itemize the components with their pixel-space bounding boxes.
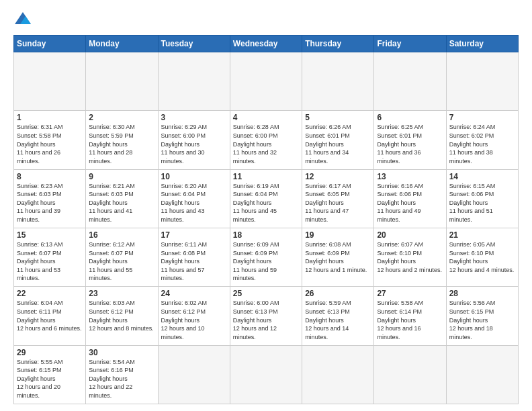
day-number: 8 [17,172,83,181]
calendar-day-cell [230,52,302,111]
day-info: Sunrise: 6:09 AMSunset: 6:09 PMDaylight … [233,240,299,283]
day-of-week-header: Thursday [302,36,374,52]
calendar-day-cell: 22Sunrise: 6:04 AMSunset: 6:11 PMDayligh… [14,287,86,345]
day-of-week-header: Tuesday [158,36,230,52]
calendar-day-cell: 8Sunrise: 6:23 AMSunset: 6:03 PMDaylight… [14,169,86,228]
calendar-day-cell [14,52,86,111]
calendar-day-cell [374,345,446,404]
day-number: 1 [17,113,83,122]
day-number: 9 [89,172,154,181]
day-of-week-header: Monday [86,36,158,52]
day-number: 4 [233,113,299,122]
calendar-day-cell [302,345,374,404]
day-info: Sunrise: 6:19 AMSunset: 6:04 PMDaylight … [233,182,299,224]
day-number: 25 [233,289,299,298]
calendar-day-cell: 27Sunrise: 5:58 AMSunset: 6:14 PMDayligh… [374,287,446,345]
calendar-header-row: SundayMondayTuesdayWednesdayThursdayFrid… [14,36,519,52]
calendar-week-row: 29Sunrise: 5:55 AMSunset: 6:15 PMDayligh… [14,345,519,404]
calendar-day-cell: 14Sunrise: 6:15 AMSunset: 6:06 PMDayligh… [446,169,518,228]
calendar-day-cell: 5Sunrise: 6:26 AMSunset: 6:01 PMDaylight… [302,111,374,169]
calendar-day-cell [446,52,518,111]
day-number: 27 [377,289,443,298]
day-number: 3 [161,113,227,122]
calendar-day-cell: 10Sunrise: 6:20 AMSunset: 6:04 PMDayligh… [158,169,230,228]
calendar-day-cell: 11Sunrise: 6:19 AMSunset: 6:04 PMDayligh… [230,169,302,228]
day-number: 29 [17,348,83,357]
day-info: Sunrise: 6:02 AMSunset: 6:12 PMDaylight … [161,299,227,341]
calendar-day-cell: 1Sunrise: 6:31 AMSunset: 5:58 PMDaylight… [14,111,86,169]
day-info: Sunrise: 6:16 AMSunset: 6:06 PMDaylight … [377,182,443,224]
logo [13,11,35,30]
day-number: 2 [89,113,154,122]
calendar-day-cell: 30Sunrise: 5:54 AMSunset: 6:16 PMDayligh… [86,345,158,404]
calendar-day-cell: 4Sunrise: 6:28 AMSunset: 6:00 PMDaylight… [230,111,302,169]
calendar-day-cell: 23Sunrise: 6:03 AMSunset: 6:12 PMDayligh… [86,287,158,345]
calendar-week-row: 1Sunrise: 6:31 AMSunset: 5:58 PMDaylight… [14,111,519,169]
day-info: Sunrise: 6:08 AMSunset: 6:09 PMDaylight … [305,240,371,274]
day-of-week-header: Friday [374,36,446,52]
calendar-day-cell: 9Sunrise: 6:21 AMSunset: 6:03 PMDaylight… [86,169,158,228]
day-number: 19 [305,230,371,240]
calendar-week-row [14,52,519,111]
day-number: 24 [161,289,227,298]
calendar-day-cell [158,345,230,404]
calendar-day-cell: 19Sunrise: 6:08 AMSunset: 6:09 PMDayligh… [302,228,374,286]
calendar-week-row: 15Sunrise: 6:13 AMSunset: 6:07 PMDayligh… [14,228,519,286]
calendar-day-cell: 18Sunrise: 6:09 AMSunset: 6:09 PMDayligh… [230,228,302,286]
day-info: Sunrise: 5:59 AMSunset: 6:13 PMDaylight … [305,299,371,341]
calendar-day-cell [446,345,518,404]
day-info: Sunrise: 6:00 AMSunset: 6:13 PMDaylight … [233,299,299,341]
calendar-day-cell [374,52,446,111]
calendar-day-cell: 20Sunrise: 6:07 AMSunset: 6:10 PMDayligh… [374,228,446,286]
day-info: Sunrise: 6:23 AMSunset: 6:03 PMDaylight … [17,182,83,224]
day-info: Sunrise: 6:30 AMSunset: 5:59 PMDaylight … [89,123,154,165]
day-info: Sunrise: 6:15 AMSunset: 6:06 PMDaylight … [449,182,515,224]
day-number: 11 [233,172,299,181]
day-number: 7 [449,113,515,122]
day-number: 6 [377,113,443,122]
calendar-day-cell: 25Sunrise: 6:00 AMSunset: 6:13 PMDayligh… [230,287,302,345]
day-number: 22 [17,289,83,298]
day-info: Sunrise: 5:55 AMSunset: 6:15 PMDaylight … [17,358,83,400]
header [13,11,519,30]
calendar-day-cell [302,52,374,111]
calendar-day-cell: 16Sunrise: 6:12 AMSunset: 6:07 PMDayligh… [86,228,158,286]
calendar-day-cell: 7Sunrise: 6:24 AMSunset: 6:02 PMDaylight… [446,111,518,169]
day-info: Sunrise: 6:25 AMSunset: 6:01 PMDaylight … [377,123,443,165]
calendar-day-cell: 21Sunrise: 6:05 AMSunset: 6:10 PMDayligh… [446,228,518,286]
calendar-day-cell [86,52,158,111]
calendar-day-cell: 26Sunrise: 5:59 AMSunset: 6:13 PMDayligh… [302,287,374,345]
day-info: Sunrise: 6:29 AMSunset: 6:00 PMDaylight … [161,123,227,165]
day-info: Sunrise: 6:03 AMSunset: 6:12 PMDaylight … [89,299,154,332]
calendar-day-cell [158,52,230,111]
day-number: 15 [17,230,83,240]
day-number: 5 [305,113,371,122]
day-info: Sunrise: 6:17 AMSunset: 6:05 PMDaylight … [305,182,371,224]
day-of-week-header: Saturday [446,36,518,52]
day-info: Sunrise: 6:04 AMSunset: 6:11 PMDaylight … [17,299,83,332]
calendar-day-cell: 3Sunrise: 6:29 AMSunset: 6:00 PMDaylight… [158,111,230,169]
day-info: Sunrise: 6:12 AMSunset: 6:07 PMDaylight … [89,240,154,283]
calendar-day-cell: 29Sunrise: 5:55 AMSunset: 6:15 PMDayligh… [14,345,86,404]
day-info: Sunrise: 6:13 AMSunset: 6:07 PMDaylight … [17,240,83,283]
day-info: Sunrise: 6:07 AMSunset: 6:10 PMDaylight … [377,240,443,274]
day-number: 12 [305,172,371,181]
day-number: 20 [377,230,443,240]
calendar-day-cell: 17Sunrise: 6:11 AMSunset: 6:08 PMDayligh… [158,228,230,286]
day-info: Sunrise: 5:58 AMSunset: 6:14 PMDaylight … [377,299,443,341]
day-info: Sunrise: 5:56 AMSunset: 6:15 PMDaylight … [449,299,515,341]
calendar-day-cell: 12Sunrise: 6:17 AMSunset: 6:05 PMDayligh… [302,169,374,228]
calendar-day-cell [230,345,302,404]
calendar-week-row: 8Sunrise: 6:23 AMSunset: 6:03 PMDaylight… [14,169,519,228]
calendar-day-cell: 6Sunrise: 6:25 AMSunset: 6:01 PMDaylight… [374,111,446,169]
day-info: Sunrise: 6:26 AMSunset: 6:01 PMDaylight … [305,123,371,165]
day-number: 23 [89,289,154,298]
day-number: 17 [161,230,227,240]
calendar-week-row: 22Sunrise: 6:04 AMSunset: 6:11 PMDayligh… [14,287,519,345]
day-number: 30 [89,348,154,357]
day-number: 26 [305,289,371,298]
calendar-table: SundayMondayTuesdayWednesdayThursdayFrid… [13,35,519,404]
day-number: 21 [449,230,515,240]
day-info: Sunrise: 6:11 AMSunset: 6:08 PMDaylight … [161,240,227,283]
day-number: 14 [449,172,515,181]
